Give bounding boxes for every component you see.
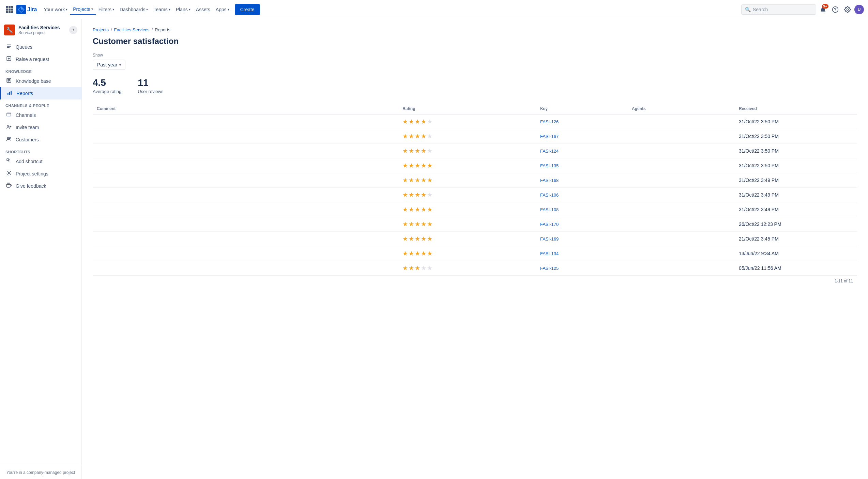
issue-key-link[interactable]: FASI-106 <box>540 192 559 198</box>
nav-item-filters[interactable]: Filters▾ <box>96 5 117 14</box>
breadcrumb-facilities[interactable]: Facilities Services <box>114 27 150 32</box>
svg-point-16 <box>8 172 10 174</box>
filled-star: ★ <box>427 235 432 243</box>
filled-star: ★ <box>415 118 420 125</box>
issue-key-link[interactable]: FASI-169 <box>540 236 559 242</box>
cell-key: FASI-168 <box>536 173 628 188</box>
issue-key-link[interactable]: FASI-135 <box>540 163 559 168</box>
customers-icon <box>5 136 12 143</box>
sidebar-item-raise-a-request[interactable]: Raise a request <box>0 53 81 65</box>
sidebar-item-add-shortcut[interactable]: Add shortcut <box>0 155 81 168</box>
user-avatar[interactable]: U <box>854 5 864 14</box>
filled-star: ★ <box>409 147 414 155</box>
sidebar-header: 🔧 Facilities Services Service project ‹ <box>0 19 81 41</box>
cell-agents <box>628 129 735 144</box>
project-type: Service project <box>18 30 60 35</box>
sidebar-item-label: Reports <box>16 91 33 96</box>
issue-key-link[interactable]: FASI-134 <box>540 251 559 256</box>
nav-label: Apps <box>216 7 227 12</box>
user-reviews-label: User reviews <box>138 89 163 94</box>
cell-received: 21/Oct/22 3:45 PM <box>735 232 857 246</box>
cell-received: 31/Oct/22 3:50 PM <box>735 144 857 158</box>
cell-comment <box>93 188 398 202</box>
cell-comment <box>93 173 398 188</box>
nav-item-projects[interactable]: Projects▾ <box>70 4 96 15</box>
sidebar-item-queues[interactable]: Queues <box>0 41 81 53</box>
svg-point-14 <box>9 137 11 139</box>
create-button[interactable]: Create <box>235 4 260 15</box>
sidebar-item-give-feedback[interactable]: Give feedback <box>0 180 81 192</box>
page-title: Customer satisfaction <box>93 36 857 46</box>
table-row: ★★★★★FASI-16731/Oct/22 3:50 PM <box>93 129 857 144</box>
settings-icon <box>5 170 12 177</box>
period-dropdown[interactable]: Past year ▾ <box>93 60 125 70</box>
nav-item-your-work[interactable]: Your work▾ <box>41 5 70 14</box>
col-header-comment: Comment <box>93 104 398 114</box>
issue-key-link[interactable]: FASI-126 <box>540 119 559 124</box>
jira-logo-text: Jira <box>27 6 37 13</box>
sidebar-section-shortcuts: SHORTCUTS <box>0 146 81 155</box>
filled-star: ★ <box>409 118 414 125</box>
channels-icon <box>5 112 12 119</box>
svg-rect-11 <box>7 113 11 116</box>
sidebar-item-project-settings[interactable]: Project settings <box>0 168 81 180</box>
user-reviews-value: 11 <box>138 78 163 88</box>
nav-item-teams[interactable]: Teams▾ <box>151 5 173 14</box>
star-rating: ★★★★★ <box>402 250 532 257</box>
search-placeholder: Search <box>753 7 768 12</box>
search-icon: 🔍 <box>745 7 751 12</box>
empty-star: ★ <box>421 264 426 272</box>
pagination-text: 1-11 of 11 <box>835 279 853 283</box>
filled-star: ★ <box>409 206 414 213</box>
sidebar-item-customers[interactable]: Customers <box>0 134 81 146</box>
sidebar-item-label: Give feedback <box>16 183 46 189</box>
sidebar-item-channels[interactable]: Channels <box>0 109 81 121</box>
cell-received: 31/Oct/22 3:49 PM <box>735 173 857 188</box>
sidebar-nav: QueuesRaise a requestKNOWLEDGEKnowledge … <box>0 41 81 192</box>
sidebar-item-label: Add shortcut <box>16 159 43 164</box>
issue-key-link[interactable]: FASI-170 <box>540 222 559 227</box>
show-section: Show Past year ▾ <box>93 53 857 70</box>
nav-item-apps[interactable]: Apps▾ <box>213 5 232 14</box>
sidebar-item-label: Raise a request <box>16 57 49 62</box>
sidebar-item-knowledge-base[interactable]: Knowledge base <box>0 75 81 87</box>
sidebar-footer: You're in a company-managed project <box>0 466 81 479</box>
star-rating: ★★★★★ <box>402 264 532 272</box>
issue-key-link[interactable]: FASI-168 <box>540 178 559 183</box>
nav-label: Filters <box>98 7 111 12</box>
col-header-received: Received <box>735 104 857 114</box>
notifications-button[interactable]: 9+ <box>818 4 828 15</box>
search-box[interactable]: 🔍 Search <box>741 4 816 15</box>
filled-star: ★ <box>402 264 408 272</box>
page-layout: 🔧 Facilities Services Service project ‹ … <box>0 19 868 479</box>
settings-button[interactable] <box>842 4 853 15</box>
sidebar-item-label: Channels <box>16 112 36 118</box>
sidebar-item-invite-team[interactable]: Invite team <box>0 121 81 134</box>
sidebar-collapse-button[interactable]: ‹ <box>69 26 77 34</box>
nav-item-assets[interactable]: Assets <box>193 5 213 14</box>
filled-star: ★ <box>421 250 426 257</box>
sidebar-item-reports[interactable]: Reports <box>0 87 81 99</box>
settings-icon <box>844 6 851 13</box>
issue-key-link[interactable]: FASI-167 <box>540 134 559 139</box>
issue-key-link[interactable]: FASI-125 <box>540 266 559 271</box>
nav-item-plans[interactable]: Plans▾ <box>173 5 193 14</box>
svg-rect-15 <box>7 159 9 160</box>
cell-rating: ★★★★★ <box>398 129 536 144</box>
filled-star: ★ <box>402 176 408 184</box>
issue-key-link[interactable]: FASI-108 <box>540 207 559 212</box>
breadcrumb-projects[interactable]: Projects <box>93 27 109 32</box>
svg-rect-10 <box>11 91 12 95</box>
help-button[interactable] <box>830 4 841 15</box>
sidebar-section-channels-people: CHANNELS & PEOPLE <box>0 99 81 109</box>
issue-key-link[interactable]: FASI-124 <box>540 149 559 154</box>
nav-label: Teams <box>153 7 167 12</box>
cell-agents <box>628 173 735 188</box>
cell-key: FASI-134 <box>536 246 628 261</box>
grid-menu-button[interactable] <box>4 4 15 15</box>
nav-item-dashboards[interactable]: Dashboards▾ <box>117 5 151 14</box>
cell-agents <box>628 144 735 158</box>
user-reviews-stat: 11 User reviews <box>138 78 163 94</box>
cell-agents <box>628 188 735 202</box>
jira-logo[interactable]: Jira <box>16 5 37 14</box>
